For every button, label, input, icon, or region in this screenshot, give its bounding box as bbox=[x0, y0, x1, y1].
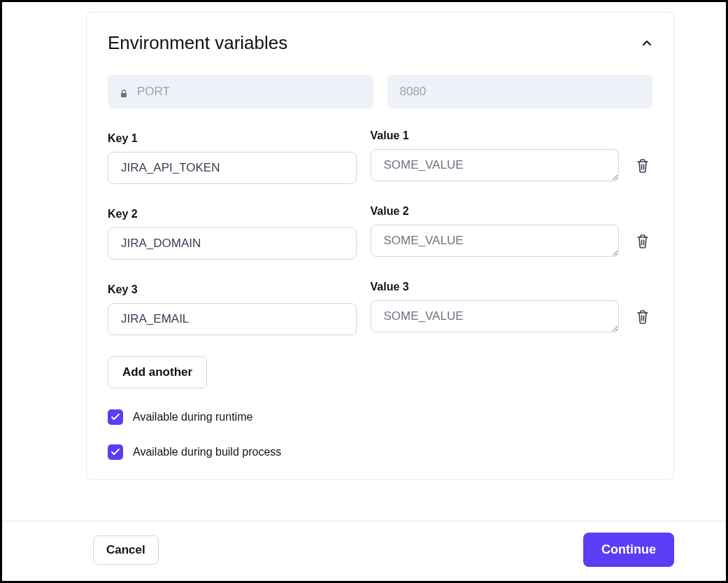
value-label: Value 1 bbox=[371, 129, 620, 142]
svg-rect-0 bbox=[121, 93, 127, 97]
key-label: Key 1 bbox=[108, 132, 357, 145]
checkbox-runtime[interactable] bbox=[108, 409, 123, 425]
locked-port-value-text: 8080 bbox=[400, 85, 427, 98]
trash-icon bbox=[636, 159, 649, 176]
lock-icon bbox=[120, 87, 127, 96]
locked-port-row: PORT 8080 bbox=[108, 75, 652, 108]
checkbox-build[interactable] bbox=[108, 444, 123, 460]
delete-button[interactable] bbox=[633, 234, 652, 260]
env-vars-card: Environment variables PORT 8080 Key 1 bbox=[86, 12, 674, 480]
add-another-button[interactable]: Add another bbox=[108, 356, 207, 388]
delete-button[interactable] bbox=[633, 159, 652, 184]
trash-icon bbox=[636, 234, 649, 251]
env-var-row: Key 2 Value 2 bbox=[108, 205, 652, 260]
key-input[interactable] bbox=[108, 303, 357, 335]
card-header: Environment variables bbox=[108, 32, 652, 54]
checkbox-build-label: Available during build process bbox=[133, 446, 281, 458]
locked-port-value: 8080 bbox=[387, 75, 653, 108]
locked-port-key-text: PORT bbox=[137, 85, 170, 99]
value-label: Value 3 bbox=[371, 281, 620, 293]
card-title: Environment variables bbox=[108, 32, 287, 54]
cancel-button[interactable]: Cancel bbox=[93, 535, 159, 565]
key-label: Key 3 bbox=[108, 283, 357, 296]
collapse-icon[interactable] bbox=[641, 38, 652, 49]
delete-button[interactable] bbox=[633, 310, 652, 335]
value-label: Value 2 bbox=[371, 205, 620, 218]
continue-button[interactable]: Continue bbox=[583, 533, 674, 567]
trash-icon bbox=[636, 310, 649, 327]
value-input[interactable] bbox=[371, 225, 620, 257]
footer: Cancel Continue bbox=[2, 521, 726, 581]
key-input[interactable] bbox=[108, 227, 357, 260]
value-input[interactable] bbox=[371, 149, 620, 181]
key-input[interactable] bbox=[108, 152, 357, 184]
checkbox-row-runtime: Available during runtime bbox=[108, 409, 652, 425]
env-var-row: Key 3 Value 3 bbox=[108, 281, 652, 335]
locked-port-key: PORT bbox=[108, 75, 373, 108]
checkbox-row-build: Available during build process bbox=[108, 444, 652, 460]
checkbox-runtime-label: Available during runtime bbox=[133, 411, 252, 423]
value-input[interactable] bbox=[371, 300, 620, 332]
key-label: Key 2 bbox=[108, 208, 357, 220]
env-var-row: Key 1 Value 1 bbox=[108, 129, 652, 184]
